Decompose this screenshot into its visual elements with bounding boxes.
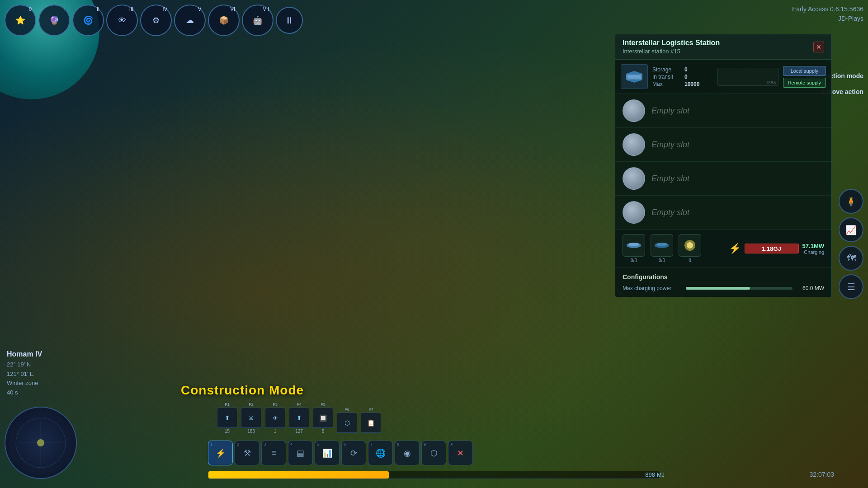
slot-row-2[interactable]: Empty slot — [615, 162, 831, 196]
storage-stat-transit: In transit 0 — [652, 74, 713, 80]
slot-label-3: Empty slot — [651, 208, 689, 217]
toolbar-btn-0[interactable]: 0 ⭐ — [5, 5, 36, 36]
version-text: Early Access 0.6.15.5636 — [792, 5, 863, 14]
slot-circle-1 — [623, 133, 645, 156]
config-charging-value: 60.0 MW — [797, 285, 824, 291]
local-supply-button[interactable]: Local supply — [783, 66, 826, 76]
slot-circle-3 — [623, 201, 645, 224]
right-btn-map[interactable]: 🗺 — [839, 246, 863, 271]
slot-label-2: Empty slot — [651, 174, 689, 183]
tool-hex[interactable]: 9 ⬡ — [421, 441, 446, 465]
config-row-charging: Max charging power 60.0 MW — [623, 285, 824, 291]
toolbar-btn-2[interactable]: II 🌀 — [72, 5, 104, 36]
config-slider-fill — [686, 287, 750, 290]
slot-row-3[interactable]: Empty slot — [615, 196, 831, 230]
toolbar-btn-7[interactable]: VII 🤖 — [242, 5, 274, 36]
resource-count-0: 0/0 — [631, 258, 637, 263]
resource-icon-1 — [651, 234, 673, 257]
slot-label-1: Empty slot — [651, 140, 689, 150]
panel-header-text: Interstellar Logistics Station Interstel… — [623, 39, 720, 55]
time-display: 32:07:03 — [810, 471, 835, 478]
f1-button[interactable]: F1 ⬆ 15 — [217, 402, 237, 434]
svg-rect-5 — [627, 75, 641, 79]
storage-stats: Storage 0 In transit 0 Max 10000 — [652, 64, 713, 89]
f7-button[interactable]: F7 📋 — [361, 407, 381, 434]
tool-lines[interactable]: 3 ≡ — [261, 441, 286, 465]
storage-row: Storage 0 In transit 0 Max 10000 MAX Loc… — [615, 60, 831, 94]
config-charging-slider[interactable] — [686, 287, 793, 290]
panel-header: Interstellar Logistics Station Interstel… — [615, 34, 831, 60]
bottom-toolbar: 1 ⚡ 2 ⚒ 3 ≡ 4 ▤ 5 📊 6 ⟳ 7 🌐 8 ◉ 9 ⬡ X ✕ — [208, 441, 473, 465]
energy-indicator: ⚡ 1.18GJ 57.1MW Charging — [729, 243, 824, 255]
resource-count-1: 0/0 — [659, 258, 665, 263]
resource-item-0[interactable]: 0/0 — [623, 234, 645, 263]
location-info: Homam IV 22° 19' N 121° 01' E Winter zon… — [7, 348, 42, 398]
f3-button[interactable]: F3 ✈ 1 — [265, 402, 285, 434]
energy-label: 898 MJ — [645, 471, 665, 478]
svg-marker-6 — [626, 71, 642, 74]
toolbar-btn-3[interactable]: III 👁 — [106, 5, 138, 36]
slot-label-0: Empty slot — [651, 106, 689, 116]
tool-power[interactable]: 1 ⚡ — [208, 441, 233, 465]
config-section: Configurations Max charging power 60.0 M… — [615, 268, 831, 297]
storage-bar: MAX — [717, 68, 778, 86]
location-season: Winter zone — [7, 379, 42, 388]
config-title: Configurations — [623, 273, 824, 281]
storage-bar-max: MAX — [767, 80, 776, 84]
f4-button[interactable]: F4 ⬆ 127 — [289, 402, 309, 434]
right-btn-list[interactable]: ☰ — [839, 274, 863, 299]
right-btn-chart[interactable]: 📈 — [839, 217, 863, 242]
resource-item-2[interactable]: 0 — [679, 234, 701, 263]
remote-supply-button[interactable]: Remote supply — [783, 78, 826, 88]
top-toolbar: 0 ⭐ I 🔮 II 🌀 III 👁 IV ⚙ V ☁ VI 📦 VII 🤖 ⏸ — [5, 5, 303, 36]
f5-button[interactable]: F5 🔲 8 — [313, 402, 333, 434]
storage-icon — [621, 64, 648, 89]
storage-bar-area: MAX — [717, 64, 778, 89]
right-sidebar: 🧍 📈 🗺 ☰ — [839, 189, 863, 299]
toolbar-btn-5[interactable]: V ☁ — [174, 5, 206, 36]
tool-grid[interactable]: 4 ▤ — [288, 441, 313, 465]
resource-icon-0 — [623, 234, 645, 257]
resource-count-2: 0 — [689, 258, 691, 263]
svg-point-11 — [656, 243, 667, 246]
tool-globe[interactable]: 7 🌐 — [368, 441, 393, 465]
energy-bar-container — [208, 471, 660, 479]
tool-cycle[interactable]: 6 ⟳ — [341, 441, 366, 465]
f2-button[interactable]: F2 ⚔ 183 — [241, 402, 261, 434]
tool-stats[interactable]: 5 📊 — [315, 441, 340, 465]
tool-target[interactable]: 8 ◉ — [395, 441, 420, 465]
right-btn-person[interactable]: 🧍 — [839, 189, 863, 214]
svg-point-9 — [628, 243, 639, 246]
resource-item-1[interactable]: 0/0 — [651, 234, 673, 263]
svg-marker-7 — [626, 80, 642, 83]
bottom-resources: 0/0 0/0 0 ⚡ 1.18GJ — [615, 230, 831, 268]
pause-button[interactable]: ⏸ — [276, 7, 303, 34]
toolbar-btn-6[interactable]: VI 📦 — [208, 5, 240, 36]
mini-map-inner — [5, 408, 76, 478]
version-info: Early Access 0.6.15.5636 JD-Plays — [792, 5, 863, 23]
supply-buttons: Local supply Remote supply — [783, 64, 826, 89]
energy-value: 1.18GJ — [762, 245, 781, 252]
toolbar-btn-1[interactable]: I 🔮 — [38, 5, 70, 36]
svg-point-13 — [687, 242, 693, 249]
main-panel: Interstellar Logistics Station Interstel… — [615, 34, 832, 297]
tool-build[interactable]: 2 ⚒ — [235, 441, 259, 465]
f6-button[interactable]: F6 ⬡ — [337, 407, 357, 434]
tool-close[interactable]: X ✕ — [448, 441, 473, 465]
energy-bar-fill — [208, 471, 389, 479]
slot-row-0[interactable]: Empty slot — [615, 94, 831, 128]
slot-circle-2 — [623, 167, 645, 190]
mini-map[interactable] — [5, 407, 77, 479]
player-name: JD-Plays — [792, 14, 863, 23]
construction-mode-overlay: Construction Mode — [181, 383, 304, 398]
energy-mw-label: Charging — [802, 249, 824, 255]
resource-icon-2 — [679, 234, 701, 257]
f-toolbar: F1 ⬆ 15 F2 ⚔ 183 F3 ✈ 1 F4 ⬆ 127 F5 🔲 8 … — [217, 402, 381, 434]
storage-stat-max: Max 10000 — [652, 81, 713, 87]
config-charging-label: Max charging power — [623, 285, 681, 291]
slot-circle-0 — [623, 99, 645, 122]
lightning-icon: ⚡ — [729, 243, 741, 254]
toolbar-btn-4[interactable]: IV ⚙ — [140, 5, 172, 36]
panel-close-button[interactable]: ✕ — [813, 42, 824, 52]
slot-row-1[interactable]: Empty slot — [615, 128, 831, 162]
